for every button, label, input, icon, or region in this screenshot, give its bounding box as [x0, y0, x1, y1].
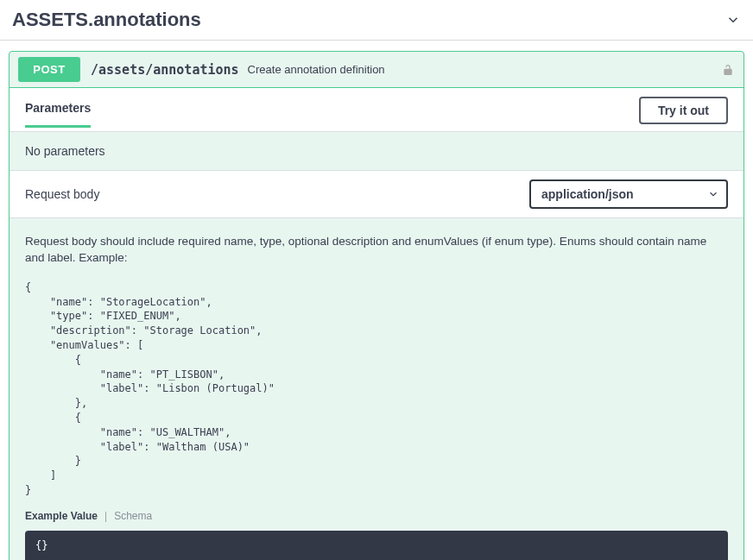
- http-method-badge: POST: [18, 57, 80, 82]
- example-value-body[interactable]: {}: [25, 531, 728, 560]
- request-body-description: Request body should include required nam…: [9, 218, 744, 272]
- content-type-select-wrap: application/json: [529, 179, 728, 209]
- tab-example-value[interactable]: Example Value: [25, 510, 98, 522]
- unlock-icon[interactable]: [721, 63, 735, 77]
- tab-separator: |: [104, 510, 107, 522]
- request-body-example: { "name": "StorageLocation", "type": "FI…: [9, 272, 744, 507]
- section-title: ASSETS.annotations: [12, 9, 201, 31]
- content-type-select[interactable]: application/json: [529, 179, 728, 209]
- try-it-out-button[interactable]: Try it out: [639, 97, 728, 124]
- operation-path: /assets/annotations: [91, 62, 239, 78]
- parameters-header-row: Parameters Try it out: [9, 88, 744, 132]
- section-header[interactable]: ASSETS.annotations: [0, 0, 753, 41]
- no-parameters-text: No parameters: [9, 132, 744, 170]
- operation-summary[interactable]: POST /assets/annotations Create annotati…: [9, 52, 744, 88]
- example-schema-tabs: Example Value | Schema: [9, 507, 744, 531]
- request-body-header: Request body application/json: [9, 170, 744, 218]
- tab-parameters[interactable]: Parameters: [25, 101, 91, 128]
- request-body-label: Request body: [25, 187, 99, 201]
- tab-schema[interactable]: Schema: [114, 510, 152, 522]
- chevron-down-icon: [725, 12, 741, 28]
- operation-summary-text: Create annotation definition: [248, 63, 721, 76]
- operation-block: POST /assets/annotations Create annotati…: [9, 51, 744, 560]
